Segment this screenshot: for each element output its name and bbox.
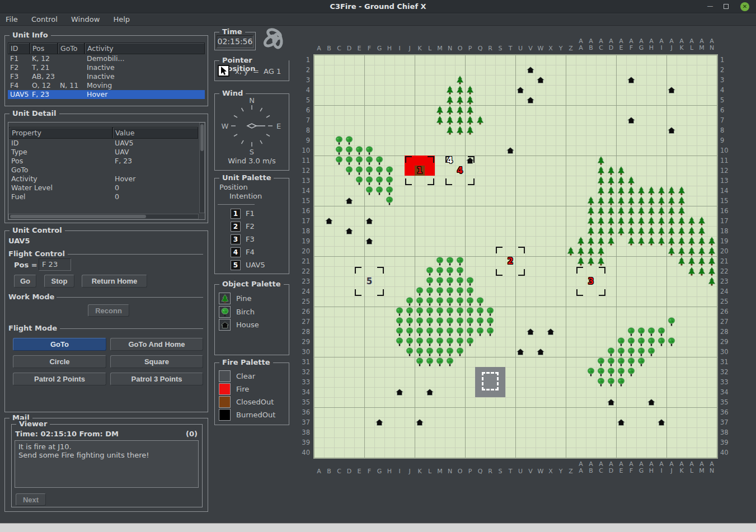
maximize-button[interactable] xyxy=(721,2,730,11)
house xyxy=(505,145,515,156)
unit-2-label[interactable]: F2 xyxy=(246,222,255,230)
unit-2-icon[interactable]: 2 xyxy=(231,222,241,232)
square-mode-button[interactable]: Square xyxy=(110,355,203,368)
table-row[interactable]: F2T, 21Inactive xyxy=(8,63,205,72)
birch-tree xyxy=(425,347,435,357)
fire-swatch[interactable] xyxy=(219,383,231,395)
house-label[interactable]: House xyxy=(236,321,259,329)
birch-tree xyxy=(455,266,465,276)
house-icon[interactable] xyxy=(219,319,231,331)
pine-tree xyxy=(687,256,697,266)
minimize-button[interactable]: — xyxy=(706,2,715,11)
goto-marker-4[interactable]: 4 xyxy=(445,156,455,166)
clear-label[interactable]: Clear xyxy=(236,372,255,380)
close-button[interactable]: ✕ xyxy=(740,2,749,11)
unit-1-icon[interactable]: 1 xyxy=(231,209,241,219)
row-label-left-34: 34 xyxy=(295,387,310,397)
menu-control[interactable]: Control xyxy=(26,14,63,23)
row-label-left-17: 17 xyxy=(295,216,310,226)
birch-label[interactable]: Birch xyxy=(236,308,255,316)
intention-label[interactable]: Intention xyxy=(229,192,262,200)
detail-row[interactable]: PosF, 23 xyxy=(9,157,198,166)
return-home-button[interactable]: Return Home xyxy=(82,275,147,288)
col-property[interactable]: Property xyxy=(9,127,112,139)
birch-tree xyxy=(435,317,445,327)
unit-3-label[interactable]: F3 xyxy=(246,235,255,243)
menu-help[interactable]: Help xyxy=(107,14,135,23)
birch-tree xyxy=(626,357,636,367)
fire-label[interactable]: Fire xyxy=(236,385,249,393)
goto-and-home-button[interactable]: GoTo And Home xyxy=(110,338,203,351)
closedout-swatch[interactable] xyxy=(219,396,231,408)
reconn-button[interactable]: Reconn xyxy=(88,304,129,317)
unit-marker-1[interactable]: 1 xyxy=(415,166,425,176)
pos-input[interactable]: F 23 xyxy=(39,258,71,271)
clear-swatch[interactable] xyxy=(219,370,231,382)
col-goto[interactable]: GoTo xyxy=(58,43,84,54)
unit-4-label[interactable]: F4 xyxy=(246,248,255,256)
detail-row[interactable]: Water Level0 xyxy=(9,183,198,192)
vertical-scrollbar[interactable] xyxy=(199,123,205,213)
wind-panel: Wind N S W E Wind 3.0 m/s xyxy=(214,93,289,171)
go-button[interactable]: Go xyxy=(14,275,36,288)
unit-marker-4[interactable]: 4 xyxy=(455,166,465,176)
unit-5-icon[interactable]: 5 xyxy=(231,260,241,270)
unit-4-icon[interactable]: 4 xyxy=(231,247,241,257)
row-label-left-27: 27 xyxy=(295,317,310,327)
mail-message[interactable]: It is fire at J10. Send some Fire fighti… xyxy=(15,440,199,488)
goto-mode-button[interactable]: GoTo xyxy=(13,338,106,351)
row-label-right-35: 35 xyxy=(720,397,735,407)
detail-row[interactable]: Fuel0 xyxy=(9,192,198,201)
position-label[interactable]: Position xyxy=(219,183,248,191)
row-label-left-23: 23 xyxy=(295,276,310,286)
col-label-bottom-V: V xyxy=(525,468,536,475)
table-row[interactable]: F1K, 12Demobili... xyxy=(8,54,205,63)
pine-label[interactable]: Pine xyxy=(236,294,251,303)
birch-icon[interactable] xyxy=(219,306,231,318)
house xyxy=(515,347,525,357)
menu-window[interactable]: Window xyxy=(65,14,105,23)
table-row[interactable]: F4O, 12N, 11Moving xyxy=(8,81,205,90)
menu-file[interactable]: File xyxy=(0,14,24,23)
pine-tree xyxy=(435,105,445,115)
patrol-2-points-button[interactable]: Patrol 2 Points xyxy=(13,373,106,385)
pine-tree xyxy=(687,266,697,276)
unit-marker-5[interactable]: 5 xyxy=(364,276,374,286)
burnedout-swatch[interactable] xyxy=(219,409,231,421)
next-mail-button[interactable]: Next xyxy=(16,493,46,506)
pine-tree xyxy=(616,176,626,186)
gray-zone[interactable] xyxy=(475,367,505,397)
burnedout-label[interactable]: BurnedOut xyxy=(236,411,275,419)
house xyxy=(415,417,425,427)
col-value[interactable]: Value xyxy=(112,127,198,139)
unit-5-label[interactable]: UAV5 xyxy=(246,261,265,269)
map-grid[interactable]: 123454 xyxy=(314,55,717,458)
unit-marker-3[interactable]: 3 xyxy=(586,276,596,286)
patrol-3-points-button[interactable]: Patrol 3 Points xyxy=(110,373,203,385)
pine-tree xyxy=(666,186,677,196)
stop-button[interactable]: Stop xyxy=(44,275,74,288)
row-label-left-29: 29 xyxy=(295,337,310,347)
pine-tree xyxy=(677,246,687,256)
unit-3-icon[interactable]: 3 xyxy=(231,234,241,244)
pine-tree xyxy=(576,256,586,266)
circle-mode-button[interactable]: Circle xyxy=(13,355,106,368)
detail-row[interactable]: ActivityHover xyxy=(9,175,198,183)
col-pos[interactable]: Pos xyxy=(30,43,58,54)
col-activity[interactable]: Activity xyxy=(84,43,205,54)
unit-1-label[interactable]: F1 xyxy=(246,209,255,218)
horizontal-scrollbar[interactable] xyxy=(8,214,199,219)
detail-row[interactable]: GoTo xyxy=(9,166,198,175)
col-id[interactable]: ID xyxy=(8,43,30,54)
pine-icon[interactable] xyxy=(219,293,231,304)
col-label-top-M: M xyxy=(435,45,445,52)
closedout-label[interactable]: ClosedOut xyxy=(236,398,274,406)
birch-tree xyxy=(425,337,435,347)
table-row[interactable]: F3AB, 23Inactive xyxy=(8,72,205,81)
row-label-left-7: 7 xyxy=(295,115,310,125)
detail-row[interactable]: IDUAV5 xyxy=(9,139,198,148)
table-row-selected[interactable]: UAV5F, 23Hover xyxy=(8,90,205,99)
unit-marker-2[interactable]: 2 xyxy=(505,256,515,266)
birch-tree xyxy=(374,166,384,176)
detail-row[interactable]: TypeUAV xyxy=(9,148,198,157)
